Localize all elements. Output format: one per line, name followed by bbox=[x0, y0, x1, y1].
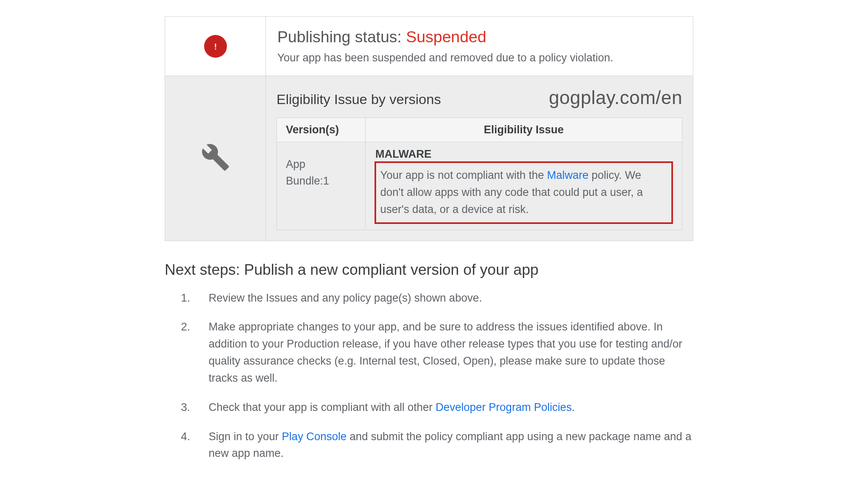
table-header-issue: Eligibility Issue bbox=[366, 118, 682, 142]
status-row: Publishing status: Suspended Your app ha… bbox=[165, 17, 693, 76]
status-title-prefix: Publishing status: bbox=[277, 28, 406, 46]
eligibility-icon-cell bbox=[165, 76, 266, 241]
status-title: Publishing status: Suspended bbox=[277, 28, 682, 46]
status-content-cell: Publishing status: Suspended Your app ha… bbox=[266, 17, 693, 76]
page-container: Publishing status: Suspended Your app ha… bbox=[71, 16, 787, 462]
wrench-icon bbox=[201, 143, 230, 174]
issue-cell: MALWARE Your app is not compliant with t… bbox=[366, 142, 682, 230]
step3-suffix: . bbox=[572, 401, 575, 413]
version-line1: App bbox=[286, 158, 305, 170]
list-item: Review the Issues and any policy page(s)… bbox=[165, 290, 693, 307]
list-item: Check that your app is compliant with al… bbox=[165, 399, 693, 416]
alert-icon bbox=[204, 35, 227, 58]
malware-policy-link[interactable]: Malware bbox=[547, 169, 588, 181]
eligibility-table: Version(s) Eligibility Issue App Bundle:… bbox=[277, 117, 682, 230]
eligibility-content-cell: Eligibility Issue by versions gogplay.co… bbox=[266, 76, 693, 241]
version-cell: App Bundle:1 bbox=[277, 142, 366, 230]
issue-highlight-box: Your app is not compliant with the Malwa… bbox=[375, 161, 673, 224]
status-icon-cell bbox=[165, 17, 266, 76]
step4-prefix: Sign in to your bbox=[209, 430, 282, 443]
list-item: Sign in to your Play Console and submit … bbox=[165, 428, 693, 463]
table-row: App Bundle:1 MALWARE Your app is not com… bbox=[277, 142, 682, 230]
next-steps-list: Review the Issues and any policy page(s)… bbox=[165, 290, 693, 463]
eligibility-header: Eligibility Issue by versions gogplay.co… bbox=[277, 87, 682, 109]
developer-policies-link[interactable]: Developer Program Policies bbox=[436, 401, 572, 413]
play-console-link[interactable]: Play Console bbox=[282, 430, 346, 443]
version-line2: Bundle:1 bbox=[286, 175, 329, 187]
issue-heading: MALWARE bbox=[375, 148, 673, 161]
next-steps-title: Next steps: Publish a new compliant vers… bbox=[165, 261, 693, 278]
issue-text-prefix: Your app is not compliant with the bbox=[380, 169, 547, 181]
watermark-text: gogplay.com/en bbox=[549, 87, 682, 109]
step3-prefix: Check that your app is compliant with al… bbox=[209, 401, 436, 413]
eligibility-row: Eligibility Issue by versions gogplay.co… bbox=[165, 76, 693, 241]
eligibility-title: Eligibility Issue by versions bbox=[277, 91, 441, 107]
table-header-versions: Version(s) bbox=[277, 118, 366, 142]
status-value: Suspended bbox=[406, 28, 486, 46]
list-item: Make appropriate changes to your app, an… bbox=[165, 319, 693, 387]
status-box: Publishing status: Suspended Your app ha… bbox=[165, 16, 693, 241]
status-description: Your app has been suspended and removed … bbox=[277, 52, 682, 64]
